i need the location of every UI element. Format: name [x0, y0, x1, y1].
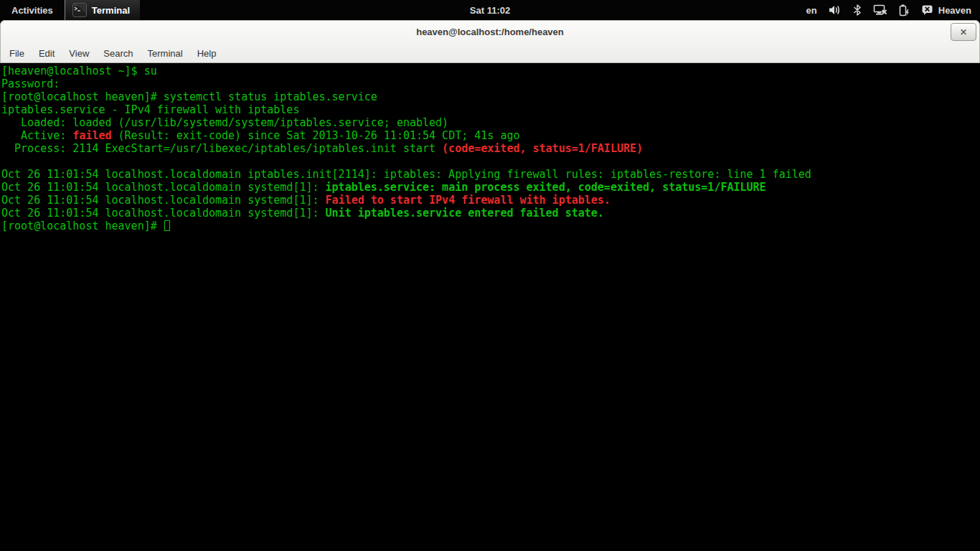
- menu-bar: FileEditViewSearchTerminalHelp: [0, 43, 980, 63]
- terminal-text-segment: Oct 26 11:01:54 localhost.localdomain ip…: [1, 168, 811, 181]
- terminal-text-segment: [root@localhost heaven]#: [1, 220, 164, 232]
- status-area: en: [806, 0, 980, 20]
- menu-item-terminal[interactable]: Terminal: [141, 45, 190, 62]
- terminal-text-segment: failed: [72, 129, 111, 142]
- terminal-text-segment: (Result: exit-code) since Sat 2013-10-26…: [112, 129, 520, 142]
- bluetooth-icon[interactable]: [853, 4, 862, 16]
- terminal-line: Oct 26 11:01:54 localhost.localdomain sy…: [1, 181, 980, 194]
- menu-item-view[interactable]: View: [62, 45, 96, 62]
- terminal-text-segment: Unit iptables.service entered failed sta…: [326, 207, 604, 220]
- close-button[interactable]: ✕: [951, 23, 976, 41]
- close-icon: ✕: [960, 27, 967, 37]
- terminal-screen[interactable]: [heaven@localhost ~]$ suPassword:[root@l…: [0, 63, 980, 551]
- window-title: heaven@localhost:/home/heaven: [416, 27, 564, 37]
- terminal-line: [heaven@localhost ~]$ su: [1, 65, 980, 77]
- terminal-text-segment: Oct 26 11:01:54 localhost.localdomain sy…: [1, 181, 326, 194]
- terminal-line: Process: 2114 ExecStart=/usr/libexec/ipt…: [1, 142, 980, 155]
- top-bar: Activities Terminal Sat 11:02 en: [0, 0, 980, 20]
- activities-button[interactable]: Activities: [0, 0, 65, 20]
- terminal-text-segment: Oct 26 11:01:54 localhost.localdomain sy…: [1, 194, 326, 207]
- terminal-text-segment: Password:: [1, 77, 60, 90]
- terminal-cursor: [164, 220, 170, 231]
- terminal-text-segment: [root@localhost heaven]# systemctl statu…: [1, 90, 377, 103]
- terminal-text-segment: iptables.service - IPv4 firewall with ip…: [1, 103, 299, 116]
- terminal-text-segment: Failed to start IPv4 firewall with iptab…: [326, 194, 611, 207]
- terminal-line: [1, 155, 980, 168]
- app-menu-button[interactable]: Terminal: [65, 0, 140, 20]
- title-bar[interactable]: heaven@localhost:/home/heaven ✕: [0, 20, 980, 43]
- terminal-line: Oct 26 11:01:54 localhost.localdomain sy…: [1, 207, 980, 220]
- chat-status-icon: [921, 4, 933, 16]
- clock[interactable]: Sat 11:02: [470, 5, 510, 16]
- terminal-line: Oct 26 11:01:54 localhost.localdomain sy…: [1, 194, 980, 207]
- keyboard-layout-indicator[interactable]: en: [806, 5, 817, 16]
- menu-item-edit[interactable]: Edit: [32, 45, 62, 62]
- terminal-text-segment: Oct 26 11:01:54 localhost.localdomain sy…: [1, 207, 326, 220]
- volume-icon[interactable]: [829, 4, 842, 16]
- terminal-text-segment: Loaded: loaded (/usr/lib/systemd/system/…: [1, 116, 448, 129]
- terminal-text-segment: (code=exited, status=1/FAILURE): [442, 142, 643, 155]
- terminal-window: heaven@localhost:/home/heaven ✕ FileEdit…: [0, 20, 980, 551]
- user-name: Heaven: [938, 5, 971, 16]
- window-header: heaven@localhost:/home/heaven ✕ FileEdit…: [0, 20, 980, 63]
- terminal-line: Loaded: loaded (/usr/lib/systemd/system/…: [1, 116, 980, 129]
- terminal-line: [root@localhost heaven]# systemctl statu…: [1, 90, 980, 103]
- terminal-app-icon: [72, 3, 87, 17]
- terminal-text-segment: Process: 2114 ExecStart=/usr/libexec/ipt…: [1, 142, 442, 155]
- terminal-line: iptables.service - IPv4 firewall with ip…: [1, 103, 980, 116]
- terminal-text-segment: iptables.service: main process exited, c…: [326, 181, 766, 194]
- menu-item-file[interactable]: File: [2, 45, 32, 62]
- battery-charging-icon[interactable]: [899, 4, 910, 17]
- app-menu-label: Terminal: [92, 5, 130, 16]
- terminal-line: Active: failed (Result: exit-code) since…: [1, 129, 980, 142]
- network-offline-icon[interactable]: [873, 4, 887, 16]
- terminal-line: Oct 26 11:01:54 localhost.localdomain ip…: [1, 168, 980, 181]
- terminal-text-segment: Active:: [1, 129, 72, 142]
- menu-item-help[interactable]: Help: [190, 45, 224, 62]
- terminal-text-segment: [heaven@localhost ~]$ su: [1, 65, 157, 77]
- terminal-line: Password:: [1, 77, 980, 90]
- menu-item-search[interactable]: Search: [96, 45, 140, 62]
- user-menu[interactable]: Heaven: [921, 4, 971, 16]
- activities-label: Activities: [11, 5, 53, 16]
- terminal-line: [root@localhost heaven]#: [1, 220, 980, 232]
